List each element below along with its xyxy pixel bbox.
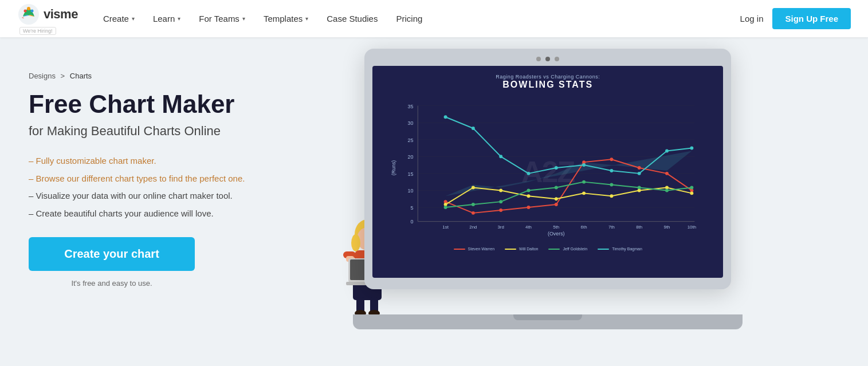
hero-image-area: Raging Roadsters vs Charging Cannons: BO… [245, 49, 839, 329]
svg-point-71 [472, 203, 475, 206]
nav-create[interactable]: Create ▾ [95, 9, 143, 28]
svg-point-82 [499, 155, 502, 158]
svg-text:9th: 9th [664, 225, 670, 230]
hero-section: Designs > Charts Free Chart Maker for Ma… [0, 37, 868, 366]
legend-steven: Steven Warren [454, 247, 494, 251]
svg-point-61 [472, 186, 475, 190]
svg-text:30: 30 [408, 120, 414, 126]
feature-item: – Create beautiful charts your audience … [29, 207, 245, 221]
svg-point-86 [610, 169, 614, 172]
nav-links: Create ▾ Learn ▾ For Teams ▾ Templates ▾… [95, 9, 740, 28]
feature-item: – Visualize your data with our online ch… [29, 190, 245, 203]
login-link[interactable]: Log in [740, 14, 764, 23]
svg-text:4th: 4th [525, 225, 532, 230]
visme-logo-icon [17, 3, 40, 26]
logo-area: visme We're Hiring! [17, 3, 78, 35]
svg-point-87 [638, 172, 641, 175]
svg-point-51 [472, 211, 475, 215]
svg-point-65 [582, 191, 586, 195]
svg-point-77 [638, 186, 641, 190]
navbar: visme We're Hiring! Create ▾ Learn ▾ For… [0, 0, 868, 37]
chevron-down-icon: ▾ [178, 15, 180, 22]
laptop-base [353, 314, 743, 329]
chevron-down-icon: ▾ [132, 15, 135, 22]
svg-text:3rd: 3rd [498, 225, 504, 230]
svg-text:8th: 8th [636, 225, 642, 230]
svg-point-2 [24, 9, 27, 12]
cta-subtext: It's free and easy to use. [29, 279, 195, 288]
create-chart-button[interactable]: Create your chart [29, 237, 195, 271]
nav-case-studies[interactable]: Case Studies [319, 9, 386, 28]
breadcrumb: Designs > Charts [29, 72, 245, 80]
svg-point-74 [555, 186, 558, 190]
svg-text:1st: 1st [443, 225, 449, 230]
logo[interactable]: visme [17, 3, 78, 26]
chevron-down-icon: ▾ [242, 15, 245, 22]
chart-area: 35 30 25 20 15 10 5 0 (Runs) 1st [372, 93, 723, 242]
svg-point-70 [444, 206, 447, 209]
svg-text:(Runs): (Runs) [391, 160, 396, 176]
hiring-badge: We're Hiring! [19, 27, 56, 35]
laptop-body: Raging Roadsters vs Charging Cannons: BO… [364, 49, 731, 289]
svg-text:20: 20 [408, 154, 414, 160]
svg-point-84 [555, 166, 558, 170]
nav-pricing[interactable]: Pricing [388, 9, 430, 28]
svg-text:6th: 6th [581, 225, 587, 230]
svg-text:(Overs): (Overs) [548, 231, 565, 237]
svg-text:7th: 7th [608, 225, 615, 230]
feature-list: – Fully customizable chart maker. – Brow… [29, 155, 245, 220]
svg-text:10th: 10th [688, 225, 696, 230]
svg-point-78 [665, 188, 669, 192]
svg-text:35: 35 [408, 104, 414, 109]
feature-item: – Browse our different chart types to fi… [29, 172, 245, 186]
svg-point-64 [555, 197, 558, 200]
svg-point-83 [527, 172, 531, 175]
chart-sub-title: BOWLING STATS [372, 80, 723, 90]
camera-dot [536, 57, 541, 61]
svg-point-85 [582, 163, 586, 167]
camera-dot [555, 57, 559, 61]
breadcrumb-separator: > [61, 72, 67, 80]
chart-main-title: Raging Roadsters vs Charging Cannons: [372, 74, 723, 80]
legend-color-timothy [598, 249, 609, 250]
svg-point-72 [499, 200, 502, 203]
camera-dot-active [545, 57, 550, 61]
chevron-down-icon: ▾ [305, 15, 308, 22]
svg-point-52 [499, 208, 502, 212]
hero-subtitle: for Making Beautiful Charts Online [29, 124, 245, 139]
svg-text:0: 0 [411, 219, 414, 225]
svg-point-56 [610, 158, 614, 161]
svg-point-88 [665, 149, 669, 152]
svg-point-89 [690, 147, 694, 150]
svg-point-3 [31, 9, 34, 12]
chart-svg: 35 30 25 20 15 10 5 0 (Runs) 1st [390, 93, 706, 242]
page-title: Free Chart Maker [29, 90, 245, 118]
nav-for-teams[interactable]: For Teams ▾ [191, 9, 253, 28]
nav-templates[interactable]: Templates ▾ [256, 9, 316, 28]
svg-text:2nd: 2nd [470, 225, 477, 230]
laptop-screen: Raging Roadsters vs Charging Cannons: BO… [372, 66, 723, 278]
svg-point-57 [638, 166, 641, 170]
svg-point-63 [527, 194, 531, 198]
svg-point-62 [499, 188, 502, 192]
legend-timothy: Timothy Bagman [598, 247, 642, 251]
laptop-notch [513, 314, 582, 320]
hero-text: Designs > Charts Free Chart Maker for Ma… [29, 66, 245, 288]
legend-jeff: Jeff Goldstein [548, 247, 587, 251]
legend-color-will [505, 249, 516, 250]
nav-learn[interactable]: Learn ▾ [145, 9, 188, 28]
legend-color-jeff [548, 249, 560, 250]
svg-point-81 [472, 127, 475, 130]
svg-text:5th: 5th [553, 225, 560, 230]
signup-button[interactable]: Sign Up Free [772, 8, 851, 29]
laptop-mockup: Raging Roadsters vs Charging Cannons: BO… [353, 49, 731, 329]
svg-text:10: 10 [408, 188, 414, 194]
svg-point-6 [351, 234, 360, 251]
svg-point-79 [690, 186, 694, 190]
svg-point-58 [665, 172, 669, 175]
legend-color-steven [454, 249, 465, 250]
svg-text:15: 15 [408, 171, 414, 177]
camera-bar [372, 57, 723, 61]
svg-point-75 [582, 180, 586, 184]
nav-right: Log in Sign Up Free [740, 8, 851, 29]
